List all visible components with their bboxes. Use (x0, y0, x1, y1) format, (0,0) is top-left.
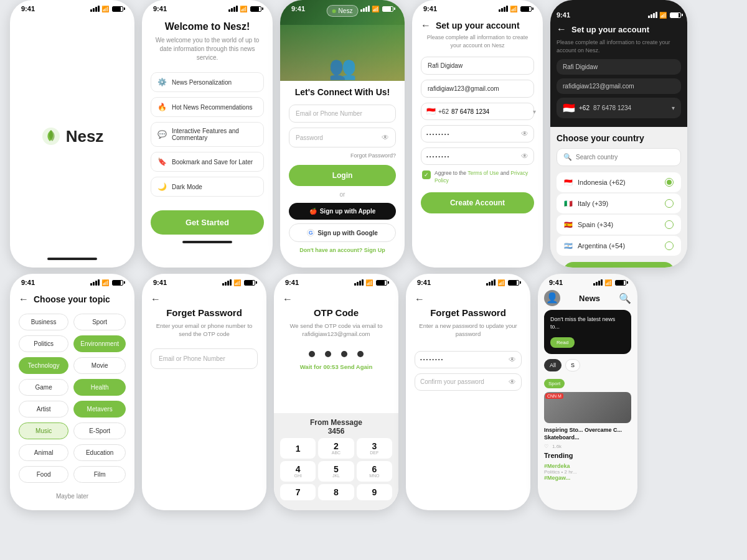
status-time-4: 9:41 (423, 5, 437, 12)
signup-action[interactable]: Sign Up (364, 247, 385, 253)
country-item-spain[interactable]: 🇪🇸 Spain (+34) (557, 215, 681, 235)
topic-metavers[interactable]: Metavers (73, 401, 126, 418)
radio-italy[interactable] (665, 199, 674, 208)
password-eye-icon[interactable]: 👁 (521, 129, 529, 138)
topic-health[interactable]: Health (73, 379, 126, 396)
topic-animal[interactable]: Animal (19, 444, 68, 461)
key-7[interactable]: 7 (280, 484, 316, 500)
read-button[interactable]: Read (550, 337, 575, 348)
email-phone-field[interactable]: Email or Phone Number (289, 105, 396, 123)
country-item-indonesia[interactable]: 🇮🇩 Indonesia (+62) (557, 172, 681, 192)
key-3[interactable]: 3DEF (357, 438, 392, 459)
code-5: +62 (579, 105, 590, 111)
country-item-italy[interactable]: 🇮🇹 Italy (+39) (557, 194, 681, 213)
flag-5: 🇮🇩 (563, 102, 575, 114)
eye-toggle-icon[interactable]: 👁 (382, 133, 389, 142)
topic-technology[interactable]: Technology (19, 357, 68, 374)
feature-interactive: 💬 Interactive Features and Commentary (151, 122, 264, 147)
apple-signup-button[interactable]: 🍎 Sign up with Apple (289, 203, 396, 220)
otp-dot-3[interactable] (341, 351, 347, 357)
trending-tag-1[interactable]: #Merdeka (544, 463, 631, 469)
terms-of-use-link[interactable]: Terms of Use (467, 170, 499, 176)
country-search-input[interactable] (576, 154, 674, 161)
signup-link: Don't have an account? Sign Up (289, 247, 396, 253)
back-button-5[interactable]: ← (557, 24, 566, 35)
radio-spain[interactable] (665, 220, 674, 229)
name-input[interactable] (421, 57, 534, 75)
wifi-icon-10: 📶 (604, 279, 612, 286)
back-button-6[interactable]: ← (19, 294, 29, 305)
otp-dot-4[interactable] (357, 351, 364, 357)
terms-checkbox[interactable]: ✓ (422, 170, 431, 179)
news-search-icon[interactable]: 🔍 (619, 292, 631, 304)
status-time-7: 9:41 (153, 279, 167, 286)
topic-game[interactable]: Game (19, 379, 68, 396)
key-9[interactable]: 9 (357, 484, 392, 500)
login-button[interactable]: Login (289, 165, 396, 186)
password-field-setup[interactable]: •••••••• 👁 (421, 125, 534, 142)
news-thumbnail: CNN M (544, 392, 631, 423)
topic-sport[interactable]: Sport (73, 314, 126, 330)
phone-input-row[interactable]: 🇮🇩 +62 ▾ (421, 103, 534, 120)
confirm-password-field[interactable]: •••••••• 👁 (421, 147, 534, 165)
create-account-button[interactable]: Create Account (421, 192, 534, 213)
back-button-7[interactable]: ← (151, 294, 161, 305)
topic-environment[interactable]: Environnment (73, 335, 126, 352)
get-started-button[interactable]: Get Started (151, 210, 264, 235)
choose-button[interactable]: Choose (563, 262, 675, 268)
radio-argentina[interactable] (665, 241, 674, 250)
otp-dot-2[interactable] (325, 351, 331, 357)
topic-education[interactable]: Education (73, 444, 126, 461)
maybe-later-link[interactable]: Maybe later (10, 489, 134, 503)
screen-country: 9:41 📶 ← Set up your account Please comp… (550, 0, 687, 268)
google-label: Sign up with Google (317, 230, 378, 236)
key-5[interactable]: 5JKL (318, 461, 354, 482)
news-headline: Inspiring Sto... Overcame C... Skateboar… (544, 427, 631, 441)
topic-food[interactable]: Food (19, 466, 68, 483)
key-1[interactable]: 1 (280, 438, 316, 459)
status-time-2: 9:41 (153, 5, 167, 12)
flag-indonesia: 🇮🇩 (564, 179, 573, 187)
otp-dot-1[interactable] (309, 351, 315, 357)
filter-sport[interactable]: S (565, 359, 580, 371)
topic-film[interactable]: Film (73, 466, 126, 483)
phone-number-input[interactable] (451, 108, 530, 115)
new-password-field[interactable]: •••••••• 👁 (415, 351, 522, 368)
trending-tag-2[interactable]: #Megaw... (544, 475, 631, 481)
news-card-featured[interactable]: Don't miss the latest news to... Read (544, 310, 631, 354)
back-button-8[interactable]: ← (283, 294, 293, 305)
confirm-eye-icon-2[interactable]: 👁 (509, 378, 516, 386)
battery-icon (112, 6, 123, 12)
forgot-password-link[interactable]: Forgot Password? (289, 152, 396, 159)
country-search-box[interactable]: 🔍 (557, 148, 681, 166)
status-time-6: 9:41 (21, 279, 35, 286)
key-2[interactable]: 2ABC (318, 438, 354, 459)
password-field[interactable]: Password 👁 (289, 128, 396, 147)
back-button-4[interactable]: ← (421, 20, 431, 31)
key-6[interactable]: 6MNO (357, 461, 392, 482)
confirm-eye-icon[interactable]: 👁 (521, 152, 529, 161)
key-4[interactable]: 4GHI (280, 461, 316, 482)
topic-movie[interactable]: Movie (73, 357, 126, 374)
topic-music[interactable]: Music (19, 422, 68, 439)
forget-email-placeholder: Email or Phone Number (159, 355, 225, 362)
filter-all[interactable]: All (544, 359, 561, 371)
send-again-link[interactable]: Send Again (340, 363, 372, 370)
topic-esport[interactable]: E-Sport (73, 422, 126, 439)
google-signup-button[interactable]: G Sign up with Google (289, 223, 396, 242)
phone-field-5[interactable]: 🇮🇩 +62 87 6478 1234 ▾ (557, 98, 681, 118)
forget-email-field[interactable]: Email or Phone Number (151, 348, 258, 369)
new-eye-icon[interactable]: 👁 (509, 355, 516, 364)
country-item-argentina[interactable]: 🇦🇷 Argentina (+54) (557, 236, 681, 256)
back-button-9[interactable]: ← (415, 294, 425, 305)
topic-business[interactable]: Business (19, 314, 68, 330)
confirm-password-field-2[interactable]: Confirm your password 👁 (415, 373, 522, 391)
chevron-down-icon: ▾ (533, 108, 536, 115)
key-8[interactable]: 8 (318, 484, 354, 500)
topic-artist[interactable]: Artist (19, 401, 68, 418)
apple-label: Sign up with Apple (320, 208, 376, 215)
radio-indonesia[interactable] (665, 178, 674, 187)
topic-politics[interactable]: Politics (19, 335, 68, 352)
otp-subtitle: We send the OTP code via email to rafidi… (283, 322, 390, 338)
email-input[interactable] (421, 80, 534, 98)
